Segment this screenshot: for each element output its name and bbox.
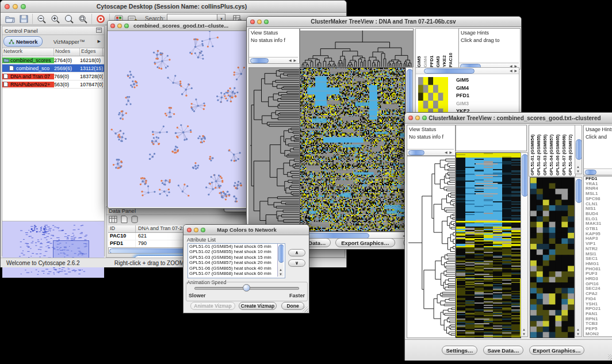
tv2-bottom-bar: Settings… Save Data… Export Graphics…	[405, 339, 612, 361]
zoom-button[interactable]	[124, 24, 129, 28]
minimize-button[interactable]	[257, 20, 262, 24]
zoom-button[interactable]	[264, 20, 269, 24]
tv1-column-label[interactable]: PAC10	[448, 29, 454, 67]
tv2-row-dendrogram[interactable]	[407, 156, 456, 338]
attribute-listbox: GPL51-01 (GSM854) heat shock 05 minGPL51…	[188, 243, 285, 278]
tv1-column-label[interactable]: GIM5	[416, 29, 422, 67]
tv2-export-graphics-button[interactable]: Export Graphics…	[529, 346, 584, 355]
zoom-selected-icon[interactable]	[76, 13, 90, 25]
open-file-button[interactable]	[3, 13, 17, 25]
attribute-list-item[interactable]: GPL51-01 (GSM854) heat shock 05 min	[188, 244, 285, 249]
tv2-heatmap-vscrollbar[interactable]: ▲▼	[521, 152, 528, 337]
tv2-column-label[interactable]: GPL51-03 (GSM856)	[542, 126, 548, 175]
tv1-view-status-scrollbar[interactable]: ◀ ▶	[249, 57, 298, 63]
tv2-column-label[interactable]: GPL51-08 (GSM872)	[568, 126, 573, 175]
tv2-gene-label[interactable]: MON2	[586, 332, 612, 337]
new-attribute-icon[interactable]	[121, 215, 128, 225]
save-button[interactable]	[17, 13, 30, 25]
tv2-zoom-vscrollbar[interactable]: ▲▼	[575, 177, 582, 337]
tv1-detail-gene-label[interactable]: PFD1	[456, 92, 472, 100]
animate-vizmap-button[interactable]: Animate Vizmap	[190, 302, 235, 310]
tv1-row-dendrogram[interactable]	[248, 67, 300, 232]
tv2-column-label[interactable]: GPL51-06 (GSM865)	[555, 126, 561, 175]
tv1-column-label[interactable]: GIM4	[423, 29, 429, 67]
treeview1-title: ClusterMaker TreeView : DNA and Tran 07-…	[269, 18, 498, 25]
network-table-row[interactable]: combined_sco 2569(6) 13112(15)	[2, 64, 104, 72]
tv1-column-labels: GIM5GIM4PFD1GIM3YKE2PAC10	[415, 28, 459, 68]
tab-network[interactable]: Network	[3, 36, 43, 47]
attribute-list-item[interactable]: GPL51-03 (GSM856) heat shock 15 min	[188, 255, 285, 260]
attribute-list-item[interactable]: GPL51-04 (GSM857) heat shock 20 min	[188, 260, 285, 265]
tv1-column-label[interactable]: GIM3	[435, 29, 441, 67]
tv1-heatmap[interactable]	[300, 67, 406, 232]
tv1-column-label[interactable]: PFD1	[429, 29, 435, 67]
resize-grip[interactable]	[608, 354, 612, 360]
network-view-title: combined_scores_good.txt--cluste...	[129, 22, 233, 29]
network-overview-panel[interactable]	[2, 221, 104, 278]
close-button[interactable]	[5, 4, 10, 9]
tv1-detail-gene-label[interactable]: GIM3	[456, 100, 472, 108]
float-panel-icon[interactable]	[96, 28, 102, 34]
tv1-usage-hints-title: Usage Hints	[459, 29, 520, 36]
tv2-column-label[interactable]: GPL51-02 (GSM855)	[536, 126, 542, 175]
minimize-button[interactable]	[194, 228, 198, 232]
close-button[interactable]	[250, 20, 255, 24]
tv2-view-status-scrollbar[interactable]: ◀ ▶	[407, 149, 454, 155]
tv1-column-dendrogram[interactable]	[300, 28, 414, 67]
attribute-list-item[interactable]: GPL51-06 (GSM865) heat shock 40 min	[188, 266, 285, 271]
zoom-in-icon[interactable]	[48, 13, 62, 25]
done-button[interactable]: Done	[281, 302, 304, 310]
close-button[interactable]	[187, 228, 192, 232]
tab-overflow-arrow[interactable]: ▶	[95, 39, 103, 44]
network-view-canvas[interactable]	[108, 31, 248, 207]
tv2-save-data-button[interactable]: Save Data…	[483, 346, 523, 355]
close-button[interactable]	[110, 24, 115, 28]
help-lifering-icon[interactable]	[94, 13, 108, 25]
zoom-button[interactable]	[201, 228, 205, 232]
network-list-empty-area	[2, 89, 104, 221]
tv1-view-status-panel: View Status No status info f ◀ ▶	[248, 28, 300, 64]
network-table-row[interactable]: DNA and Tran 07 769(0) 183728(0)	[2, 72, 104, 81]
attribute-select-icon[interactable]	[109, 215, 117, 225]
treeview2-titlebar[interactable]: ClusterMaker TreeView : combined_scores_…	[405, 113, 612, 124]
attribute-list-scrollbar[interactable]: ▲▼	[277, 244, 284, 277]
tv1-detail-gene-label[interactable]: GIM5	[456, 76, 472, 85]
minimize-button[interactable]	[117, 24, 122, 28]
tv2-zoom-heatmap[interactable]	[530, 177, 575, 338]
tv2-column-label[interactable]: GPL51-04 (GSM857)	[549, 126, 554, 175]
tv1-detail-hscrollbar[interactable]: ◀ ▶	[416, 68, 519, 74]
tv2-labels-vscrollbar[interactable]: ▲▼	[575, 125, 582, 174]
zoom-out-icon[interactable]	[35, 13, 48, 25]
tv2-column-label[interactable]: GPL51-01 (GSM854)	[530, 126, 536, 175]
main-titlebar[interactable]: Cytoscape Desktop (Session Name: collins…	[1, 1, 346, 13]
move-attribute-down-button[interactable]: ∨	[288, 259, 305, 267]
zoom-fit-icon[interactable]	[62, 13, 76, 25]
zoom-button[interactable]	[422, 116, 427, 120]
treeview1-titlebar[interactable]: ClusterMaker TreeView : DNA and Tran 07-…	[247, 17, 521, 27]
network-view-titlebar[interactable]: combined_scores_good.txt--cluste...	[108, 21, 250, 31]
delete-attribute-icon[interactable]	[131, 215, 138, 225]
tv1-column-label[interactable]: YKE2	[442, 29, 447, 67]
network-overview-canvas[interactable]	[2, 221, 101, 277]
resize-grip[interactable]	[303, 306, 308, 312]
attribute-list-item[interactable]: GPL51-07 (GSM868) heat shock 60 min	[188, 271, 285, 276]
attribute-list-item[interactable]: GPL51-02 (GSM855) heat shock 10 min	[188, 249, 285, 254]
file-icon	[9, 66, 15, 71]
animation-speed-slider-thumb[interactable]	[243, 284, 250, 292]
move-attribute-up-button[interactable]: ∧	[288, 249, 305, 256]
minimize-button[interactable]	[13, 4, 18, 9]
tv2-heatmap[interactable]	[456, 152, 521, 338]
create-vizmap-button[interactable]: Create Vizmap	[239, 302, 277, 310]
tab-vizmapper[interactable]: VizMapper™	[44, 39, 94, 45]
map-dialog-titlebar[interactable]: Map Colors to Network	[183, 225, 309, 235]
minimize-button[interactable]	[415, 116, 420, 120]
tv1-detail-gene-label[interactable]: GIM4	[456, 85, 472, 93]
tv2-usage-hints-scrollbar[interactable]	[584, 168, 612, 175]
close-button[interactable]	[408, 116, 413, 120]
tv2-settings-button[interactable]: Settings…	[442, 346, 477, 355]
network-table-row[interactable]: RNAPuberNov2+ 563(0) 107847(0)	[2, 81, 104, 89]
tv1-export-graphics-button[interactable]: Export Graphics…	[335, 238, 395, 247]
tv2-column-label[interactable]: GPL51-07 (GSM868)	[561, 126, 567, 175]
network-table-row[interactable]: combined_scores 2764(0) 16218(0)	[2, 56, 104, 64]
zoom-button[interactable]	[21, 4, 26, 9]
